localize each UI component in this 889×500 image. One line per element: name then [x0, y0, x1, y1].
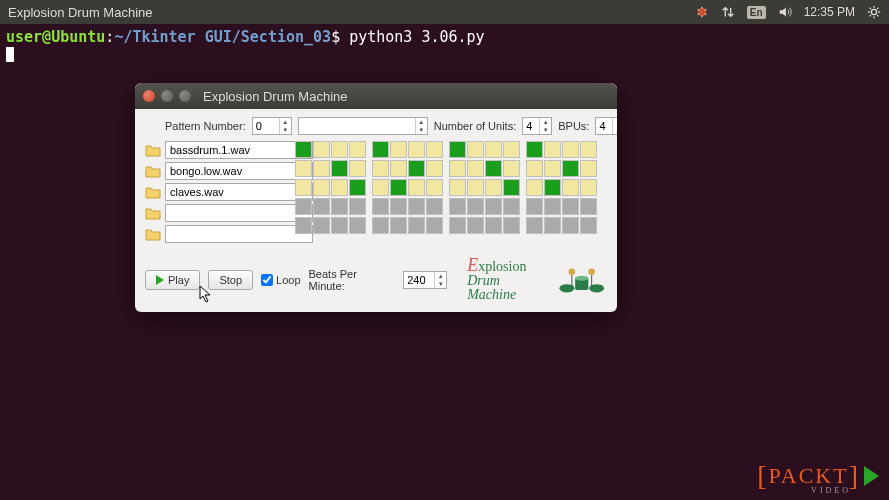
sequencer-cell[interactable] — [426, 217, 443, 234]
units-input[interactable] — [523, 118, 539, 134]
sequencer-cell[interactable] — [408, 160, 425, 177]
sequencer-cell[interactable] — [526, 198, 543, 215]
sequencer-cell[interactable] — [449, 217, 466, 234]
sequencer-cell[interactable] — [331, 141, 348, 158]
keyboard-indicator[interactable]: En — [747, 6, 766, 19]
sequencer-cell[interactable] — [503, 179, 520, 196]
play-button[interactable]: Play — [145, 270, 200, 290]
sequencer-cell[interactable] — [295, 179, 312, 196]
sequencer-cell[interactable] — [372, 160, 389, 177]
network-icon[interactable] — [721, 5, 735, 19]
sequencer-cell[interactable] — [562, 217, 579, 234]
bpm-spinbox[interactable]: ▲▼ — [403, 271, 447, 289]
sequencer-cell[interactable] — [349, 217, 366, 234]
sequencer-cell[interactable] — [526, 141, 543, 158]
sequencer-cell[interactable] — [390, 141, 407, 158]
sequencer-cell[interactable] — [485, 141, 502, 158]
folder-icon[interactable] — [145, 163, 161, 179]
window-maximize-button[interactable] — [179, 90, 191, 102]
sequencer-cell[interactable] — [580, 179, 597, 196]
sequencer-cell[interactable] — [331, 198, 348, 215]
sequencer-cell[interactable] — [331, 179, 348, 196]
sequencer-cell[interactable] — [295, 160, 312, 177]
pattern-name-field[interactable]: ▲▼ — [298, 117, 428, 135]
sequencer-cell[interactable] — [467, 179, 484, 196]
sequencer-cell[interactable] — [331, 217, 348, 234]
sequencer-cell[interactable] — [390, 198, 407, 215]
folder-icon[interactable] — [145, 226, 161, 242]
sequencer-cell[interactable] — [485, 198, 502, 215]
folder-icon[interactable] — [145, 184, 161, 200]
sequencer-cell[interactable] — [562, 179, 579, 196]
folder-icon[interactable] — [145, 205, 161, 221]
folder-icon[interactable] — [145, 142, 161, 158]
stop-button[interactable]: Stop — [208, 270, 253, 290]
sequencer-cell[interactable] — [526, 179, 543, 196]
spin-down[interactable]: ▼ — [280, 126, 291, 134]
bug-icon[interactable] — [695, 5, 709, 19]
sequencer-cell[interactable] — [313, 141, 330, 158]
sequencer-cell[interactable] — [580, 217, 597, 234]
sequencer-cell[interactable] — [372, 141, 389, 158]
sequencer-cell[interactable] — [485, 217, 502, 234]
sequencer-cell[interactable] — [467, 160, 484, 177]
sequencer-cell[interactable] — [580, 160, 597, 177]
sequencer-cell[interactable] — [426, 160, 443, 177]
sequencer-cell[interactable] — [426, 179, 443, 196]
sequencer-cell[interactable] — [449, 141, 466, 158]
volume-icon[interactable] — [778, 5, 792, 19]
window-close-button[interactable] — [143, 90, 155, 102]
bpm-input[interactable] — [404, 272, 434, 288]
bpus-input[interactable] — [596, 118, 612, 134]
pattern-number-input[interactable] — [253, 118, 279, 134]
track-file-input[interactable] — [165, 141, 313, 159]
sequencer-cell[interactable] — [449, 179, 466, 196]
sequencer-cell[interactable] — [295, 141, 312, 158]
track-file-input[interactable] — [165, 225, 313, 243]
sequencer-cell[interactable] — [313, 179, 330, 196]
sequencer-cell[interactable] — [349, 160, 366, 177]
sequencer-cell[interactable] — [295, 198, 312, 215]
sequencer-cell[interactable] — [580, 198, 597, 215]
sequencer-cell[interactable] — [372, 198, 389, 215]
sequencer-cell[interactable] — [467, 141, 484, 158]
sequencer-cell[interactable] — [503, 198, 520, 215]
sequencer-cell[interactable] — [467, 198, 484, 215]
sequencer-cell[interactable] — [390, 217, 407, 234]
sequencer-cell[interactable] — [562, 141, 579, 158]
sequencer-cell[interactable] — [408, 179, 425, 196]
sequencer-cell[interactable] — [580, 141, 597, 158]
gear-icon[interactable] — [867, 5, 881, 19]
sequencer-cell[interactable] — [544, 141, 561, 158]
sequencer-cell[interactable] — [544, 179, 561, 196]
units-spinbox[interactable]: ▲▼ — [522, 117, 552, 135]
sequencer-cell[interactable] — [526, 217, 543, 234]
pattern-name-input[interactable] — [299, 118, 415, 134]
sequencer-cell[interactable] — [544, 198, 561, 215]
sequencer-cell[interactable] — [372, 179, 389, 196]
loop-checkbox-input[interactable] — [261, 274, 273, 286]
sequencer-cell[interactable] — [408, 198, 425, 215]
sequencer-cell[interactable] — [295, 217, 312, 234]
track-file-input[interactable] — [165, 162, 313, 180]
clock[interactable]: 12:35 PM — [804, 5, 855, 19]
sequencer-cell[interactable] — [313, 198, 330, 215]
sequencer-cell[interactable] — [349, 198, 366, 215]
spin-up[interactable]: ▲ — [280, 118, 291, 126]
sequencer-cell[interactable] — [426, 198, 443, 215]
sequencer-cell[interactable] — [467, 217, 484, 234]
sequencer-cell[interactable] — [390, 160, 407, 177]
sequencer-cell[interactable] — [526, 160, 543, 177]
sequencer-cell[interactable] — [349, 141, 366, 158]
sequencer-cell[interactable] — [331, 160, 348, 177]
sequencer-cell[interactable] — [562, 160, 579, 177]
sequencer-cell[interactable] — [485, 160, 502, 177]
sequencer-cell[interactable] — [485, 179, 502, 196]
track-file-input[interactable] — [165, 183, 313, 201]
sequencer-cell[interactable] — [503, 160, 520, 177]
sequencer-cell[interactable] — [449, 160, 466, 177]
sequencer-cell[interactable] — [544, 160, 561, 177]
sequencer-cell[interactable] — [544, 217, 561, 234]
sequencer-cell[interactable] — [503, 141, 520, 158]
sequencer-cell[interactable] — [408, 141, 425, 158]
